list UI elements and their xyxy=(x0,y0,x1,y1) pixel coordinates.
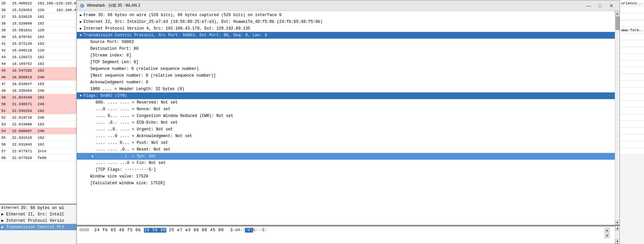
right-row xyxy=(620,47,644,54)
detail-cwr-row[interactable]: .... 0... .... = Congestion Window Reduc… xyxy=(77,113,615,119)
right-row xyxy=(620,60,644,67)
wireshark-detail-window: Wireshark · 分组 35 · WLAN 2 — □ ✕ ▶ Frame… xyxy=(76,0,620,244)
right-row xyxy=(620,114,644,121)
packet-detail-panel: ▶ Frame 35: 66 bytes on wire (528 bits),… xyxy=(77,11,615,225)
hex-offset: 0000 xyxy=(79,228,89,233)
table-row[interactable]: 44 16.169752 192 xyxy=(0,60,76,67)
right-row xyxy=(620,7,644,13)
table-row[interactable]: 54 22.868687 240 xyxy=(0,128,76,134)
table-row[interactable]: 57 22.977871 Inte xyxy=(0,148,76,155)
right-row xyxy=(620,67,644,74)
right-row xyxy=(620,148,644,155)
right-row xyxy=(620,34,644,40)
list-item[interactable]: ▶ Ethernet II, Src: IntelC xyxy=(0,211,76,217)
detail-syn-row[interactable]: ▶ .... .... ..1. = Syn: Set xyxy=(77,153,615,160)
table-row[interactable]: 50 21.336571 240 xyxy=(0,101,76,108)
detail-reset-row[interactable]: .... .... .0.. = Reset: Not set xyxy=(77,146,615,153)
detail-nonce-row[interactable]: ...0 .... .... = Nonce: Not set xyxy=(77,106,615,113)
detail-ack-row[interactable]: .... ...0 .... = Acknowledgment: Not set xyxy=(77,133,615,139)
hex-vscroll-up[interactable]: ▲ xyxy=(615,226,620,231)
window-title: Wireshark · 分组 35 · WLAN 2 xyxy=(87,3,583,8)
table-row[interactable]: 37 15.529525 192 xyxy=(0,13,76,20)
right-row: www-form... xyxy=(620,27,644,34)
table-row[interactable]: 38 15.529800 192 xyxy=(0,20,76,27)
scroll-down-arrow[interactable]: ▼ xyxy=(615,220,620,225)
hex-scroll-controls[interactable]: ▲ ▼ xyxy=(605,228,609,238)
right-row xyxy=(620,87,644,94)
table-row[interactable]: 40 15.970701 192 xyxy=(0,34,76,40)
right-row: urlenco... xyxy=(620,0,644,7)
scroll-up-arrow[interactable]: ▲ xyxy=(615,11,620,16)
table-row[interactable]: 47 18.010647 192 xyxy=(0,81,76,87)
right-row xyxy=(620,94,644,101)
table-row[interactable]: 36 15.529453 120 192.168.43.170 TCP xyxy=(0,7,76,13)
table-row[interactable]: 58 22.977929 fe80 xyxy=(0,155,76,161)
table-row[interactable]: 39 15.581831 120 xyxy=(0,27,76,34)
hex-vscroll-down[interactable]: ▼ xyxy=(615,239,620,244)
table-row[interactable]: 42 16.040119 120 xyxy=(0,47,76,54)
detail-next-seq-row[interactable]: [Next sequence number: 0 (relative seque… xyxy=(77,72,615,79)
maximize-button[interactable]: □ xyxy=(595,2,605,9)
scroll-thumb[interactable] xyxy=(615,16,620,30)
detail-scrollbar[interactable]: ▲ ▼ xyxy=(615,11,620,225)
table-row[interactable]: 56 22.931845 192 xyxy=(0,141,76,148)
close-button[interactable]: ✕ xyxy=(606,2,617,9)
expand-arrow-ip[interactable]: ▶ xyxy=(78,27,84,31)
table-row[interactable]: 49 21.024349 192 xyxy=(0,94,76,101)
table-row[interactable]: 51 22.556263 192 xyxy=(0,108,76,114)
wireshark-icon xyxy=(79,3,85,8)
expand-arrow-frame[interactable]: ▶ xyxy=(78,13,84,17)
detail-tcp-flags-row[interactable]: [TCP Flags: ··········S·] xyxy=(77,166,615,173)
window-controls[interactable]: — □ ✕ xyxy=(583,2,617,9)
hex-scroll-down[interactable]: ▼ xyxy=(605,233,609,238)
hex-scrollbar[interactable]: ▲ ▼ xyxy=(615,226,620,244)
detail-seq-num-row[interactable]: Sequence number: 0 (relative sequence nu… xyxy=(77,66,615,72)
table-row[interactable]: 52 22.619710 240 xyxy=(0,114,76,121)
detail-push-row[interactable]: .... .... 0... = Push: Not set xyxy=(77,139,615,146)
detail-fin-row[interactable]: .... .... ...0 = Fin: Not set xyxy=(77,160,615,166)
right-row xyxy=(620,128,644,134)
hex-panel: 0000 24 fb 65 48 f5 0b 18 56 80 25 e7 e3… xyxy=(77,225,620,244)
detail-dst-port-row[interactable]: Destination Port: 80 xyxy=(77,45,615,52)
detail-ip-row[interactable]: ▶ Internet Protocol Version 4, Src: 192.… xyxy=(77,25,615,32)
expand-arrow-syn[interactable]: ▶ xyxy=(90,154,96,158)
detail-header-len-row[interactable]: 1000 .... = Header Length: 32 bytes (8) xyxy=(77,86,615,92)
hex-bytes-before: 24 fb 65 48 f5 0b xyxy=(94,228,144,233)
table-row[interactable]: 48 18.335463 240 xyxy=(0,87,76,94)
detail-calc-window-row[interactable]: [Calculated window size: 17520] xyxy=(77,180,615,187)
right-row xyxy=(620,81,644,87)
detail-ack-num-row[interactable]: Acknowledgment number: 0 xyxy=(77,79,615,86)
table-row[interactable]: 43 16.129372 192 xyxy=(0,54,76,60)
detail-src-port-row[interactable]: Source Port: 50063 xyxy=(77,39,615,45)
detail-segment-len-row[interactable]: [TCP Segment Len: 0] xyxy=(77,59,615,66)
detail-flags-row[interactable]: ▼ Flags: 0x002 (SYN) xyxy=(77,92,615,99)
minimize-button[interactable]: — xyxy=(583,2,594,9)
table-row[interactable]: 45 16.547282 192 xyxy=(0,67,76,74)
detail-tcp-row[interactable]: ▼ Transmission Control Protocol, Src Por… xyxy=(77,32,615,39)
table-row[interactable]: 53 22.619908 192 xyxy=(0,121,76,128)
right-row xyxy=(620,121,644,128)
hex-bytes-after: 25 e7 e3 08 00 45 00 xyxy=(169,228,224,233)
title-bar: Wireshark · 分组 35 · WLAN 2 — □ ✕ xyxy=(77,0,620,11)
detail-ethernet-row[interactable]: ▶ Ethernet II, Src: IntelCor_25:e7:e3 (1… xyxy=(77,18,615,25)
detail-urgent-row[interactable]: .... ..0. .... = Urgent: Not set xyxy=(77,126,615,133)
right-row xyxy=(620,13,644,20)
table-row[interactable]: 41 15.972120 192 xyxy=(0,40,76,47)
hex-row: 0000 24 fb 65 48 f5 0b 18 56 80 25 e7 e3… xyxy=(79,228,267,233)
list-item[interactable]: ▶ Transmission Control Pro xyxy=(0,224,76,230)
expand-arrow-ethernet[interactable]: ▶ xyxy=(78,20,84,24)
expand-arrow-tcp[interactable]: ▼ xyxy=(78,34,84,37)
table-row[interactable]: 55 22.931515 192 xyxy=(0,134,76,141)
detail-window-size-row[interactable]: Window size value: 17520 xyxy=(77,173,615,180)
hex-scroll-up[interactable]: ▲ xyxy=(605,228,609,233)
right-row xyxy=(620,134,644,141)
table-row[interactable]: 46 16.856914 240 xyxy=(0,74,76,81)
right-row xyxy=(620,54,644,60)
detail-stream-index-row[interactable]: [Stream index: 8] xyxy=(77,52,615,59)
detail-frame-row[interactable]: ▶ Frame 35: 66 bytes on wire (528 bits),… xyxy=(77,12,615,18)
list-item[interactable]: ▶ Internet Protocol Versio xyxy=(0,217,76,224)
expand-arrow-flags[interactable]: ▼ xyxy=(78,94,84,98)
detail-ecn-row[interactable]: .... .0.. .... = ECN-Echo: Not set xyxy=(77,119,615,126)
table-row[interactable]: 35 15.485622 192.168.43.170 120.192.89.1… xyxy=(0,0,76,7)
detail-reserved-row[interactable]: 000. .... .... = Reserved: Not set xyxy=(77,99,615,106)
